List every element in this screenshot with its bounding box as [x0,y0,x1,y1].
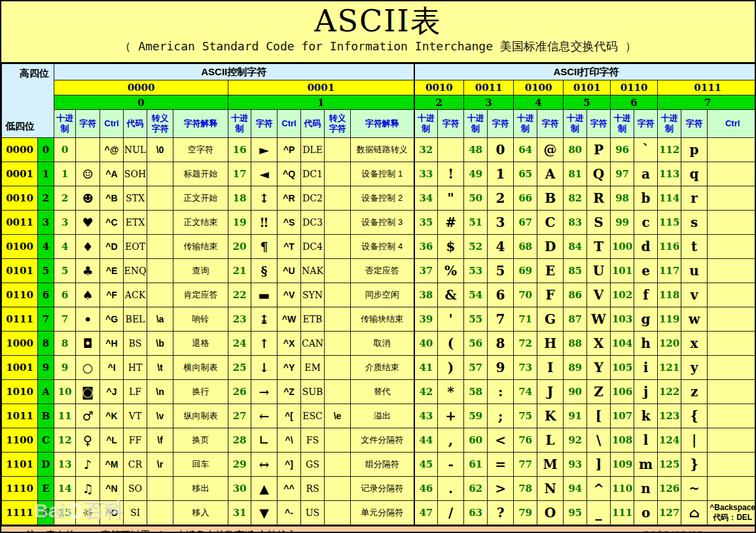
ctrl-cell: ^J [100,380,124,404]
decimal-cell: 23 [228,307,251,332]
last-ctrl-cell [708,356,756,380]
low-bits-cell: 1011 [2,404,38,428]
high-bits-digit-3: 3 [464,95,514,110]
description-cell: 传输块结束 [351,307,414,332]
char-cell: L [537,428,564,453]
ctrl-cell: ^X [278,332,301,356]
char-cell: & [438,283,464,307]
code-cell: NUL [124,138,147,162]
description-cell: 退格 [173,332,228,356]
escape-cell [325,453,351,477]
decimal-cell: 52 [464,235,488,259]
char-cell [76,138,100,162]
char-cell: U [587,259,611,283]
decimal-cell: 91 [564,404,587,428]
code-cell: DC3 [301,211,325,235]
char-cell: ♣ [76,259,100,283]
code-cell: SI [124,501,147,525]
decimal-cell: 1 [54,162,76,186]
char-cell: k [634,404,658,428]
decimal-cell: 19 [228,211,251,235]
last-ctrl-cell [708,138,756,162]
escape-cell [147,235,173,259]
decimal-cell: 68 [514,235,537,259]
char-cell: ♥ [76,211,100,235]
last-ctrl-cell [708,332,756,356]
char-cell: c [634,211,658,235]
backspace-note-line1: ^Backspace [708,503,756,513]
escape-cell [325,356,351,380]
low-bits-cell: 0101 [2,259,38,283]
column-header: 十进制 [464,110,488,138]
code-cell: DC1 [301,162,325,186]
decimal-cell: 88 [564,332,587,356]
decimal-cell: 72 [514,332,537,356]
escape-cell [325,162,351,186]
decimal-cell: 24 [228,332,251,356]
decimal-cell: 59 [464,404,488,428]
char-cell: ♪ [76,453,100,477]
escape-cell [147,259,173,283]
hex-cell: 3 [38,211,54,235]
last-ctrl-cell [708,235,756,259]
char-cell: @ [537,138,564,162]
char-cell: 1 [488,162,514,186]
decimal-cell: 46 [414,477,438,501]
decimal-cell: 5 [54,259,76,283]
char-cell: ↕ [251,186,278,211]
high-bits-binary-0000: 0000 [54,80,228,95]
column-header: 字符 [76,110,100,138]
description-cell: 正文开始 [173,186,228,211]
decimal-cell: 96 [611,138,634,162]
char-cell: " [438,186,464,211]
high-bits-binary-0011: 0011 [464,80,514,95]
char-cell: < [488,428,514,453]
decimal-cell: 22 [228,283,251,307]
high-bits-binary-0010: 0010 [414,80,464,95]
column-header: 转义字符 [147,110,173,138]
description-cell: 响铃 [173,307,228,332]
hex-cell: 4 [38,235,54,259]
code-cell: FF [124,428,147,453]
code-cell: NAK [301,259,325,283]
code-cell: LF [124,380,147,404]
column-header: 转义字符 [325,110,351,138]
char-cell: v [681,283,708,307]
escape-cell [325,235,351,259]
ctrl-cell: ^L [100,428,124,453]
char-cell: ♀ [76,428,100,453]
char-cell: D [537,235,564,259]
decimal-cell: 69 [514,259,537,283]
escape-cell: \a [147,307,173,332]
high-bits-binary-0001: 0001 [228,80,414,95]
char-cell: V [587,283,611,307]
decimal-cell: 12 [54,428,76,453]
hex-cell: E [38,477,54,501]
decimal-cell: 41 [414,356,438,380]
decimal-cell: 17 [228,162,251,186]
description-cell: 介质结束 [351,356,414,380]
char-cell: ] [587,453,611,477]
char-cell: y [681,356,708,380]
char-cell: ☻ [76,186,100,211]
char-cell: ` [634,138,658,162]
char-cell: + [438,404,464,428]
char-cell: ! [438,162,464,186]
ctrl-cell: ^A [100,162,124,186]
char-cell: ◙ [76,380,100,404]
description-cell: 移入 [173,501,228,525]
decimal-cell: 14 [54,477,76,501]
char-cell: F [537,283,564,307]
decimal-cell: 115 [658,211,681,235]
decimal-cell: 4 [54,235,76,259]
char-cell: ♂ [76,404,100,428]
escape-cell: \t [147,356,173,380]
decimal-cell: 58 [464,380,488,404]
low-bits-cell: 1111 [2,501,38,525]
description-cell: 换行 [173,380,228,404]
decimal-cell: 73 [514,356,537,380]
decimal-cell: 92 [564,428,587,453]
column-header: 字符 [537,110,564,138]
code-cell: GS [301,453,325,477]
char-cell: _ [587,501,611,525]
